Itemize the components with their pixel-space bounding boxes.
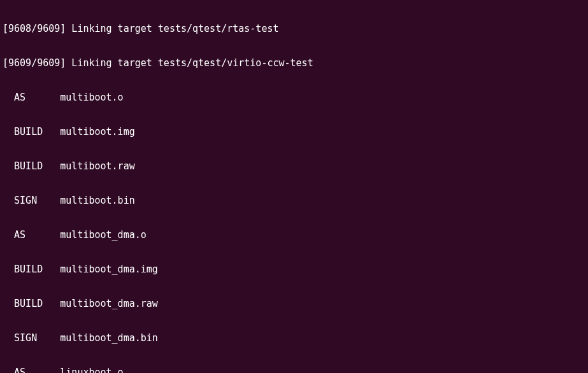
terminal-line: AS multiboot.o xyxy=(0,92,588,103)
terminal-line: AS linuxboot.o xyxy=(0,367,588,373)
terminal-line: SIGN multiboot_dma.bin xyxy=(0,332,588,344)
terminal-output: [9608/9609] Linking target tests/qtest/r… xyxy=(0,0,588,373)
terminal-line: [9609/9609] Linking target tests/qtest/v… xyxy=(0,57,588,69)
terminal-line: BUILD multiboot_dma.img xyxy=(0,264,588,275)
terminal-line: BUILD multiboot.raw xyxy=(0,160,588,172)
terminal-line: BUILD multiboot_dma.raw xyxy=(0,298,588,309)
terminal-line: BUILD multiboot.img xyxy=(0,126,588,137)
terminal-line: SIGN multiboot.bin xyxy=(0,195,588,206)
terminal-line: [9608/9609] Linking target tests/qtest/r… xyxy=(0,23,588,34)
terminal-line: AS multiboot_dma.o xyxy=(0,229,588,241)
